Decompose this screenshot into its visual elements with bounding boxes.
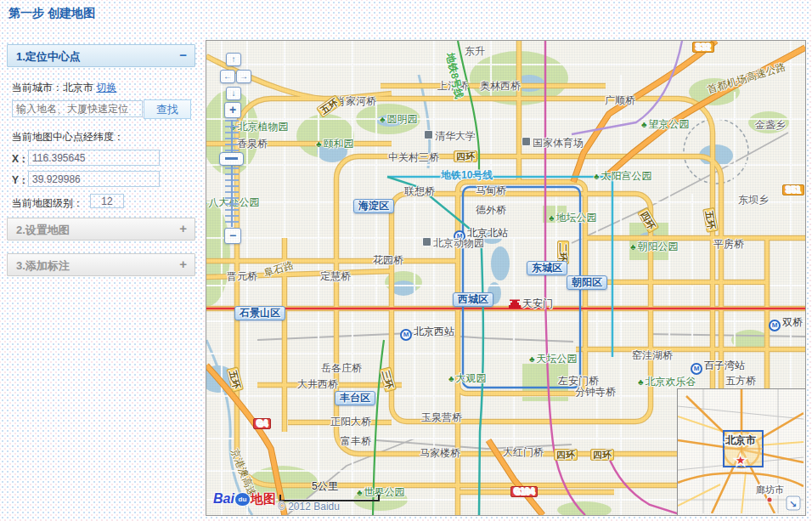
map-label-bridge: 香泉桥 <box>237 139 268 150</box>
map-label-bridge: 中关村三桥 <box>388 152 439 163</box>
map-label-bridge: 马家楼桥 <box>420 448 460 459</box>
map-label-park: ♣朝阳公园 <box>630 241 679 252</box>
map-label-text: 左安门桥 <box>558 375 599 387</box>
map-label-text: G4 <box>257 419 268 428</box>
collapse-icon[interactable]: − <box>179 48 187 62</box>
zoom-out-button[interactable]: − <box>224 228 241 244</box>
search-button[interactable]: 查找 <box>144 99 191 119</box>
map-label-text: 百子湾站 <box>704 360 745 371</box>
map-label-bridge: 联想桥 <box>404 186 435 197</box>
map-label-text: 四环 <box>556 450 575 460</box>
map-label-bridge: 分钟寺桥 <box>575 387 616 398</box>
map-label-gbadge: G4 <box>253 418 271 429</box>
map-label-bridge: 晋元桥 <box>227 271 257 282</box>
map-label-bridge: 五方桥 <box>725 376 756 387</box>
minimap-nearby-city-label: 廊坊市 <box>756 484 784 495</box>
map-label-text: 四环 <box>639 210 657 231</box>
pan-right-button[interactable]: → <box>236 70 251 83</box>
map-label-ring: 五环 <box>316 94 342 118</box>
map-label-text: 清华大学 <box>435 130 476 142</box>
page-title: 第一步 创建地图 <box>8 6 95 21</box>
zoom-slider-handle[interactable] <box>219 152 244 166</box>
current-city-label: 当前城市： <box>12 82 63 93</box>
map-label-area: 金盏乡 <box>755 120 786 131</box>
metro-station-icon: M <box>400 329 412 341</box>
switch-city-link[interactable]: 切换 <box>96 82 116 93</box>
expand-icon[interactable]: + <box>179 221 187 235</box>
park-tree-icon: ♣ <box>448 374 454 383</box>
map-label-text: 肖家河桥 <box>336 95 376 107</box>
map-label-subway: 地铁8号线 <box>444 52 465 99</box>
map-label-text: 东升 <box>465 45 485 57</box>
map-canvas[interactable]: 东升上清桥奥林西桥肖家河桥广顺桥♣圆明园♣北京植物园♣望京公园金盏乡香泉桥♣颐和… <box>206 40 806 516</box>
panel-map-settings-header[interactable]: 2.设置地图 + <box>7 218 195 241</box>
map-label-text: 西城区 <box>458 293 488 305</box>
map-label-text: 三环 <box>381 369 395 389</box>
map-label-sbadge: S51 <box>782 184 804 195</box>
map-label-text: 四环 <box>593 450 612 460</box>
map-label-text: 岳各庄桥 <box>321 362 362 374</box>
pan-left-button[interactable]: ← <box>220 70 235 83</box>
map-label-district: 海淀区 <box>353 199 394 213</box>
map-label-text: 地铁8号线 <box>444 52 465 99</box>
panel-locate-center-header[interactable]: 1.定位中心点 − <box>7 44 195 67</box>
logo-bai: Bai <box>213 491 234 506</box>
map-label-text: 圆明园 <box>387 113 418 125</box>
map-label-text: 二环 <box>558 243 568 262</box>
map-label-ring: 三环 <box>379 366 397 393</box>
map-label-park: ♣望京公园 <box>641 119 690 130</box>
map-label-park: ♣太阳宫公园 <box>594 171 652 182</box>
tiananmen-icon <box>508 298 522 309</box>
map-label-bridge: 花园桥 <box>373 255 403 266</box>
map-label-text: 地坛公园 <box>556 212 597 224</box>
page-header: 第一步 创建地图 <box>0 0 812 25</box>
baidu-maps-logo: Baidu地图 <box>213 491 276 507</box>
zoom-in-button[interactable]: + <box>224 102 241 118</box>
map-label-text: S51 <box>786 185 801 195</box>
map-label-bridge: 广顺桥 <box>605 95 635 106</box>
map-label-text: 大观园 <box>456 372 487 384</box>
x-coordinate-input[interactable] <box>28 150 160 166</box>
map-label-text: 马家楼桥 <box>420 447 460 459</box>
expand-icon[interactable]: + <box>179 257 187 271</box>
map-label-text: 晋元桥 <box>227 270 257 282</box>
map-label-ring: 四环 <box>454 150 477 162</box>
pan-down-button[interactable]: ↓ <box>226 87 241 100</box>
map-label-text: 德外桥 <box>476 204 506 216</box>
map-label-gbadge: G104 <box>510 486 538 497</box>
map-label-text: 窑洼湖桥 <box>632 349 673 361</box>
map-label-text: 玉泉营桥 <box>421 411 462 423</box>
metro-station-icon: M <box>691 363 702 375</box>
map-label-park: ♣北京植物园 <box>230 122 289 133</box>
map-label-text: 大红门桥 <box>503 446 544 458</box>
panel-add-marker-header[interactable]: 3.添加标注 + <box>7 253 195 276</box>
map-label-bridge: 大红门桥 <box>503 447 544 458</box>
map-label-park: ♣大观园 <box>448 373 487 384</box>
map-label-text: 香泉桥 <box>237 138 268 150</box>
map-label-metro: M双桥 <box>769 317 803 331</box>
map-label-text: 东城区 <box>532 262 562 274</box>
current-city-row: 当前城市：北京市 切换 <box>12 81 116 95</box>
map-level-input[interactable] <box>90 194 124 208</box>
copyright-text: © 2012 Baidu <box>278 501 340 513</box>
map-label-bridge: 正阳大桥 <box>330 416 371 428</box>
y-coordinate-input[interactable] <box>28 171 160 187</box>
overview-minimap[interactable]: 北京市 ★ 廊坊市 ↘ <box>677 388 806 516</box>
map-label-park: ♣北京欢乐谷 <box>638 377 696 388</box>
metro-station-icon: M <box>769 320 781 331</box>
map-label-subway: 地铁10号线 <box>441 170 493 181</box>
y-label: Y： <box>12 173 29 188</box>
pan-up-button[interactable]: ↑ <box>226 53 241 66</box>
zoom-slider[interactable] <box>225 120 239 227</box>
minimap-expand-icon[interactable]: ↘ <box>789 499 797 509</box>
park-tree-icon: ♣ <box>529 354 535 364</box>
center-coords-label: 当前地图中心点经纬度： <box>12 130 124 144</box>
park-tree-icon: ♣ <box>549 213 555 223</box>
search-input[interactable] <box>12 100 143 117</box>
map-label-district: 丰台区 <box>335 391 375 405</box>
map-label-ring: 四环 <box>590 449 614 461</box>
map-level-label: 当前地图级别： <box>12 196 83 211</box>
park-tree-icon: ♣ <box>641 120 647 129</box>
baidu-paw-icon: du <box>235 493 250 506</box>
map-label-text: 大井西桥 <box>297 378 338 390</box>
